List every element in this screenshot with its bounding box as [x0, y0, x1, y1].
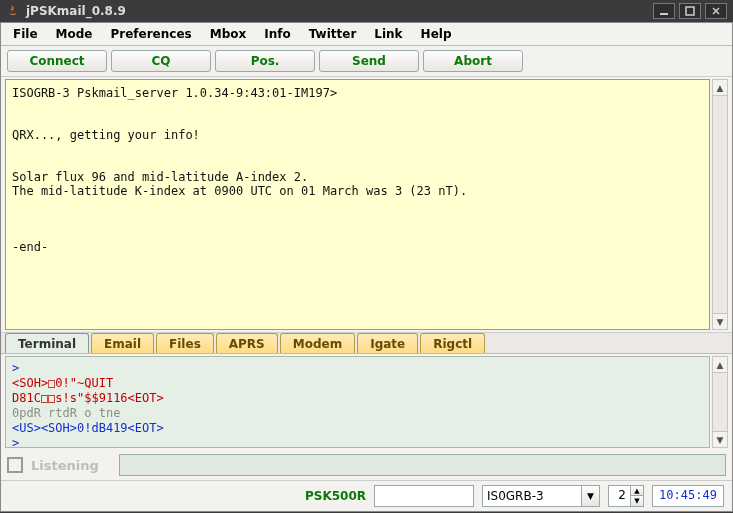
minimize-button[interactable] [653, 3, 675, 19]
close-button[interactable] [705, 3, 727, 19]
log-line: > [12, 436, 703, 448]
chevron-down-icon[interactable]: ▼ [582, 485, 600, 507]
window-title: jPSKmail_0.8.9 [26, 4, 653, 18]
spinner-buttons: ▲ ▼ [630, 485, 644, 507]
connect-button[interactable]: Connect [7, 50, 107, 72]
spinner-up-icon[interactable]: ▲ [631, 486, 643, 496]
java-icon [6, 4, 20, 18]
log-line: 0pdR rtdR o tne [12, 406, 703, 421]
spinner[interactable]: 2 ▲ ▼ [608, 485, 644, 507]
status-field[interactable] [374, 485, 474, 507]
main-area: ISOGRB-3 Pskmail_server 1.0.34-9:43:01-I… [1, 77, 732, 333]
mode-label: PSK500R [305, 489, 366, 503]
svg-rect-1 [686, 7, 694, 15]
titlebar: jPSKmail_0.8.9 [0, 0, 733, 22]
menu-mode[interactable]: Mode [48, 25, 101, 43]
tab-terminal[interactable]: Terminal [5, 333, 89, 353]
cq-button[interactable]: CQ [111, 50, 211, 72]
pos-button[interactable]: Pos. [215, 50, 315, 72]
log-line: <US><SOH>0!dB419<EOT> [12, 421, 703, 436]
clock: 10:45:49 [652, 485, 724, 507]
tab-bar: Terminal Email Files APRS Modem Igate Ri… [1, 333, 732, 354]
log-output[interactable]: > <SOH>□0!"~QUIT D81C□□s!s"$$9116<EOT> 0… [5, 356, 710, 448]
log-area: > <SOH>□0!"~QUIT D81C□□s!s"$$9116<EOT> 0… [1, 354, 732, 450]
tx-input[interactable] [119, 454, 726, 476]
scroll-up-icon[interactable]: ▲ [713, 80, 727, 96]
listening-label: Listening [31, 458, 111, 473]
status-bar: PSK500R IS0GRB-3 ▼ 2 ▲ ▼ 10:45:49 [1, 480, 732, 511]
abort-button[interactable]: Abort [423, 50, 523, 72]
log-scrollbar[interactable]: ▲ ▼ [712, 356, 728, 448]
menubar: File Mode Preferences Mbox Info Twitter … [1, 23, 732, 46]
log-line: D81C□□s!s"$$9116<EOT> [12, 391, 703, 406]
terminal-scrollbar[interactable]: ▲ ▼ [712, 79, 728, 330]
tab-modem[interactable]: Modem [280, 333, 355, 353]
listen-checkbox[interactable] [7, 457, 23, 473]
tab-rigctl[interactable]: Rigctl [420, 333, 485, 353]
callsign-select[interactable]: IS0GRB-3 ▼ [482, 485, 600, 507]
menu-mbox[interactable]: Mbox [202, 25, 255, 43]
tab-files[interactable]: Files [156, 333, 214, 353]
spinner-value: 2 [608, 485, 630, 507]
window-controls [653, 3, 727, 19]
log-line: <SOH>□0!"~QUIT [12, 376, 703, 391]
tab-igate[interactable]: Igate [357, 333, 418, 353]
spinner-down-icon[interactable]: ▼ [631, 496, 643, 506]
menu-twitter[interactable]: Twitter [301, 25, 365, 43]
scroll-down-icon[interactable]: ▼ [713, 431, 727, 447]
menu-help[interactable]: Help [413, 25, 460, 43]
maximize-button[interactable] [679, 3, 701, 19]
menu-file[interactable]: File [5, 25, 46, 43]
send-button[interactable]: Send [319, 50, 419, 72]
callsign-value: IS0GRB-3 [482, 485, 582, 507]
terminal-output[interactable]: ISOGRB-3 Pskmail_server 1.0.34-9:43:01-I… [5, 79, 710, 330]
menu-link[interactable]: Link [366, 25, 410, 43]
scroll-down-icon[interactable]: ▼ [713, 313, 727, 329]
menu-info[interactable]: Info [256, 25, 298, 43]
menu-preferences[interactable]: Preferences [102, 25, 199, 43]
tab-aprs[interactable]: APRS [216, 333, 278, 353]
input-row: Listening [1, 450, 732, 480]
scroll-up-icon[interactable]: ▲ [713, 357, 727, 373]
toolbar: Connect CQ Pos. Send Abort [1, 46, 732, 77]
svg-rect-0 [660, 13, 668, 15]
app-window: File Mode Preferences Mbox Info Twitter … [0, 22, 733, 512]
log-line: > [12, 361, 703, 376]
tab-email[interactable]: Email [91, 333, 154, 353]
